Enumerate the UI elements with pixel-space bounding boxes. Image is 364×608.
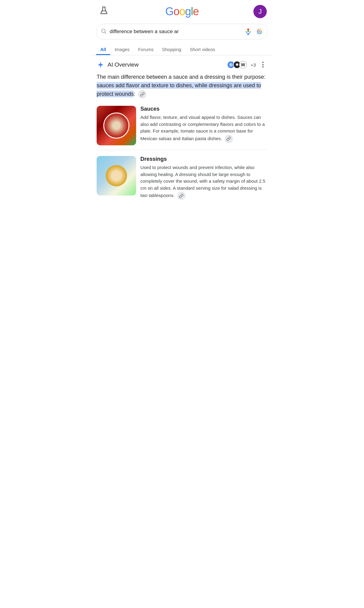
- result-item-dressings: Dressings Used to protect wounds and pre…: [97, 154, 267, 200]
- ai-text-highlighted: sauces add flavor and texture to dishes,…: [97, 82, 261, 97]
- search-icon: [101, 28, 107, 36]
- citation-link-badge-sauces[interactable]: [225, 135, 233, 143]
- citation-link-badge-dressings[interactable]: [177, 192, 186, 200]
- main-content: AI Overview ✱ W +3 ⋮: [91, 55, 273, 205]
- header: Google J: [91, 0, 273, 21]
- search-query: difference between a sauce ar: [110, 29, 242, 35]
- google-lens-icon[interactable]: [256, 28, 263, 36]
- user-avatar[interactable]: J: [253, 5, 267, 18]
- dressings-title: Dressings: [140, 156, 267, 162]
- svg-rect-6: [247, 29, 249, 30]
- dressings-content: Dressings Used to protect wounds and pre…: [140, 156, 267, 200]
- sauces-title: Sauces: [140, 106, 267, 112]
- google-logo: Google: [165, 5, 199, 18]
- ai-overview-text: The main difference between a sauce and …: [97, 73, 267, 98]
- ai-title-group: AI Overview: [97, 61, 139, 69]
- svg-line-2: [105, 32, 106, 33]
- citation-link-badge-main[interactable]: [138, 90, 146, 98]
- svg-rect-8: [247, 31, 249, 32]
- search-bar[interactable]: difference between a sauce ar: [96, 24, 268, 40]
- search-right-icons: [245, 28, 263, 36]
- more-options-button[interactable]: ⋮: [258, 61, 267, 69]
- sauces-content: Sauces Add flavor, texture, and visual a…: [140, 106, 267, 145]
- result-item-sauces: Sauces Add flavor, texture, and visual a…: [97, 104, 267, 145]
- mic-icon[interactable]: [245, 28, 252, 35]
- tab-images[interactable]: Images: [110, 44, 134, 55]
- ai-text-post-highlight: :: [134, 91, 135, 97]
- ai-text-pre-highlight: The main difference between a sauce and …: [97, 74, 266, 80]
- dressings-image: [97, 156, 136, 195]
- search-bar-container: difference between a sauce ar: [91, 21, 273, 44]
- source-plus-count[interactable]: +3: [251, 62, 256, 67]
- tab-all[interactable]: All: [96, 44, 110, 55]
- sauces-image: [97, 106, 136, 145]
- nav-tabs: All Images Forums Shopping Short videos: [91, 44, 273, 55]
- ai-header-right: ✱ W +3 ⋮: [227, 61, 267, 69]
- svg-point-11: [259, 31, 260, 32]
- svg-rect-7: [247, 30, 249, 31]
- labs-icon-wrap[interactable]: [97, 5, 111, 18]
- source-icons: ✱ W: [227, 61, 247, 69]
- tab-shopping[interactable]: Shopping: [158, 44, 185, 55]
- ai-overview-card: AI Overview ✱ W +3 ⋮: [91, 55, 273, 205]
- source-icon-3[interactable]: W: [239, 61, 247, 69]
- ai-overview-title: AI Overview: [108, 61, 139, 68]
- sauces-description: Add flavor, texture, and visual appeal t…: [140, 114, 267, 143]
- tab-short-videos[interactable]: Short videos: [186, 44, 219, 55]
- flask-icon: [99, 6, 109, 18]
- sparkle-icon: [97, 61, 105, 69]
- dressings-description: Used to protect wounds and prevent infec…: [140, 164, 267, 200]
- divider: [97, 150, 267, 150]
- tab-forums[interactable]: Forums: [134, 44, 158, 55]
- ai-overview-header: AI Overview ✱ W +3 ⋮: [97, 61, 267, 69]
